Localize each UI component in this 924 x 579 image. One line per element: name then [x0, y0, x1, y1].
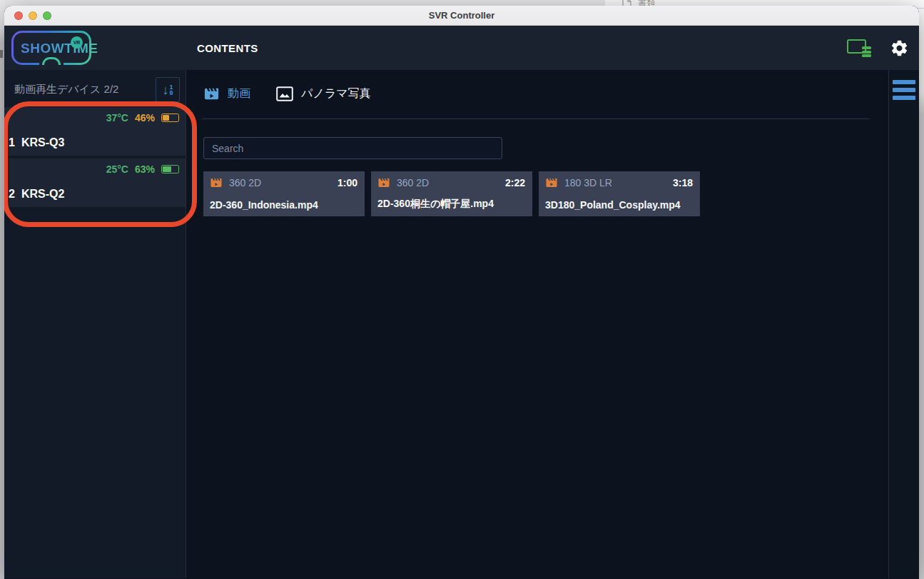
video-type-label: 180 3D LR — [564, 177, 666, 188]
video-duration: 1:00 — [337, 177, 357, 188]
content-tabs: 動画 パノラマ写真 — [203, 86, 371, 102]
movie-clapper-icon — [210, 176, 223, 189]
device-name: KRS-Q3 — [21, 136, 64, 149]
showtime-vr-logo[interactable]: SHOWTIME VR — [11, 31, 91, 65]
menu-hamburger-icon[interactable] — [893, 80, 915, 100]
app-window: SVR Controller SHOWTIME VR CONTENTS 動画再生… — [4, 6, 919, 579]
device-connection-icon[interactable] — [847, 39, 871, 57]
video-duration: 3:18 — [673, 177, 693, 188]
app-header: SHOWTIME VR CONTENTS — [4, 26, 919, 70]
device-index: 1 — [9, 136, 15, 149]
search-input[interactable] — [203, 137, 502, 159]
tab-videos-label: 動画 — [228, 86, 250, 101]
close-button[interactable] — [14, 11, 23, 20]
panorama-image-icon — [276, 86, 293, 101]
window-title: SVR Controller — [429, 10, 494, 21]
app-body: 動画再生デバイス 2/2 ↓ 1 9 37°C 46% — [4, 70, 919, 578]
device-row-krs-q3[interactable]: 37°C 46% 1 KRS-Q3 — [4, 107, 186, 156]
sort-digit-9: 9 — [169, 90, 173, 96]
video-duration: 2:22 — [505, 177, 525, 188]
movie-clapper-icon — [377, 176, 390, 189]
battery-icon — [161, 165, 179, 173]
video-filename: 2D-360桐生の帽子屋.mp4 — [377, 198, 525, 211]
device-temperature: 25°C — [106, 163, 128, 175]
zoom-button[interactable] — [43, 11, 51, 20]
tabs-divider — [202, 119, 870, 119]
logo-text: SHOWTIME — [21, 41, 98, 56]
goggles-notch — [42, 57, 61, 65]
device-row-krs-q2[interactable]: 25°C 63% 2 KRS-Q2 — [4, 158, 186, 207]
video-filename: 2D-360_Indonesia.mp4 — [210, 199, 357, 211]
background-artifact — [0, 50, 3, 58]
tab-panorama-label: パノラマ写真 — [301, 86, 371, 101]
tab-videos[interactable]: 動画 — [203, 86, 250, 102]
video-card-kiryu[interactable]: 360 2D 2:22 2D-360桐生の帽子屋.mp4 — [371, 171, 532, 216]
right-rail — [889, 70, 919, 578]
device-sidebar: 動画再生デバイス 2/2 ↓ 1 9 37°C 46% — [4, 70, 186, 578]
device-list-title: 動画再生デバイス 2/2 — [14, 83, 118, 96]
video-type-label: 360 2D — [229, 177, 331, 188]
device-battery-percent: 46% — [135, 112, 155, 124]
tab-panorama-photos[interactable]: パノラマ写真 — [276, 86, 371, 102]
video-card-indonesia[interactable]: 360 2D 1:00 2D-360_Indonesia.mp4 — [203, 171, 365, 216]
content-area: 動画 パノラマ写真 — [186, 70, 888, 578]
sort-button[interactable]: ↓ 1 9 — [156, 77, 180, 102]
device-temperature: 37°C — [106, 112, 128, 124]
sort-arrow-icon: ↓ — [162, 84, 168, 96]
video-filename: 3D180_Poland_Cosplay.mp4 — [545, 199, 693, 211]
video-type-label: 360 2D — [397, 177, 499, 188]
device-name: KRS-Q2 — [21, 188, 64, 201]
movie-clapper-icon — [545, 176, 558, 189]
battery-icon — [161, 114, 179, 122]
device-index: 2 — [9, 188, 15, 201]
minimize-button[interactable] — [29, 11, 37, 20]
logo-vr-badge: VR — [71, 36, 83, 49]
movie-clapper-icon — [203, 86, 220, 102]
titlebar[interactable]: SVR Controller — [4, 6, 919, 26]
video-card-list: 360 2D 1:00 2D-360_Indonesia.mp4 360 2D … — [203, 171, 700, 216]
page-title: CONTENTS — [197, 42, 258, 54]
device-list: 37°C 46% 1 KRS-Q3 25°C 63% — [4, 107, 186, 207]
video-card-poland[interactable]: 180 3D LR 3:18 3D180_Poland_Cosplay.mp4 — [539, 171, 700, 216]
settings-gear-icon[interactable] — [890, 39, 909, 58]
device-battery-percent: 63% — [135, 163, 155, 175]
